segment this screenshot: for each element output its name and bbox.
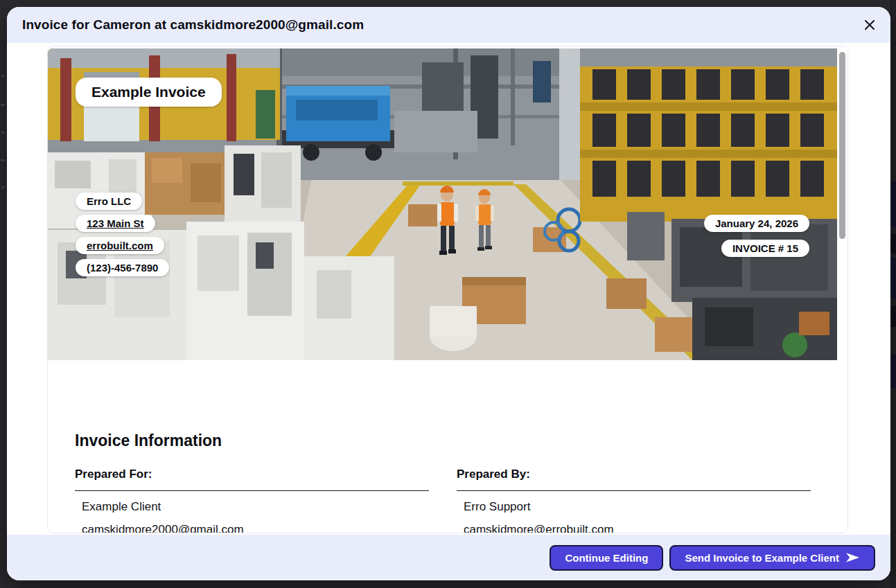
prepared-for-label: Prepared For: xyxy=(75,467,429,481)
continue-editing-label: Continue Editing xyxy=(565,552,648,564)
continue-editing-button[interactable]: Continue Editing xyxy=(550,545,663,571)
prepared-by-label: Prepared By: xyxy=(457,467,811,481)
company-website-link[interactable]: errobuilt.com xyxy=(76,237,164,254)
send-arrow-icon xyxy=(845,551,860,564)
modal-title: Invoice for Cameron at camskidmore2000@g… xyxy=(22,17,364,33)
prepared-for-name: Example Client xyxy=(82,500,429,514)
modal-footer: Continue Editing Send Invoice to Example… xyxy=(7,535,890,580)
invoice-number-badge: INVOICE # 15 xyxy=(721,240,809,257)
invoice-preview-modal: Invoice for Cameron at camskidmore2000@g… xyxy=(7,7,890,580)
company-phone-badge: (123)-456-7890 xyxy=(76,259,169,276)
modal-body: Example Invoice Erro LLC 123 Main St err… xyxy=(7,43,890,535)
close-button[interactable] xyxy=(860,15,879,35)
company-address-link[interactable]: 123 Main St xyxy=(76,215,155,232)
modal-header: Invoice for Cameron at camskidmore2000@g… xyxy=(7,7,890,43)
invoice-hero-image: Example Invoice Erro LLC 123 Main St err… xyxy=(48,48,837,360)
prepared-by-column: Prepared By: Erro Support camskidmore@er… xyxy=(457,467,811,533)
background-page-edge xyxy=(890,0,896,588)
prepared-by-divider xyxy=(457,490,811,491)
background-text-fragment xyxy=(1,186,5,188)
prepared-for-email: camskidmore2000@gmail.com xyxy=(82,523,429,533)
prepared-for-column: Prepared For: Example Client camskidmore… xyxy=(75,467,429,533)
invoice-preview-card[interactable]: Example Invoice Erro LLC 123 Main St err… xyxy=(47,46,848,533)
example-invoice-badge: Example Invoice xyxy=(76,78,222,107)
background-text-fragment xyxy=(1,159,5,161)
preview-scrollbar-thumb[interactable] xyxy=(839,52,845,239)
company-name-badge: Erro LLC xyxy=(76,193,142,210)
background-text-fragment xyxy=(1,75,5,77)
close-icon xyxy=(864,19,875,30)
preview-scrollbar[interactable] xyxy=(837,46,847,533)
send-invoice-label: Send Invoice to Example Client xyxy=(685,552,839,564)
prepared-for-divider xyxy=(75,490,429,491)
invoice-information-heading: Invoice Information xyxy=(75,431,222,450)
background-text-fragment xyxy=(1,132,5,134)
send-invoice-button[interactable]: Send Invoice to Example Client xyxy=(669,545,875,571)
invoice-date-badge: January 24, 2026 xyxy=(704,215,809,232)
prepared-by-email: camskidmore@errobuilt.com xyxy=(464,523,811,533)
background-text-fragment xyxy=(1,104,5,106)
prepared-by-name: Erro Support xyxy=(464,500,811,514)
invoice-document: Example Invoice Erro LLC 123 Main St err… xyxy=(48,46,837,533)
